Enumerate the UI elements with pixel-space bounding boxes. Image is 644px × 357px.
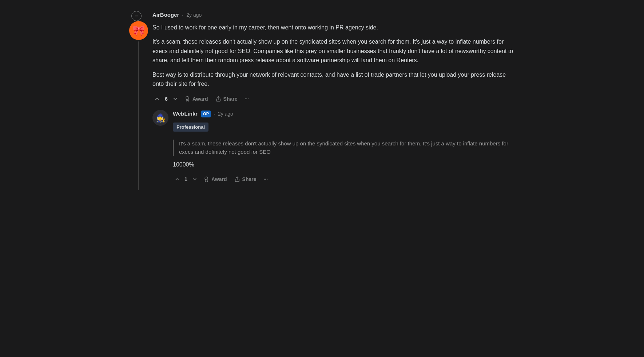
comment-body: AirBooger · 2y ago So I used to work for… — [152, 11, 515, 190]
avatar: 🎀 — [129, 21, 148, 40]
thread-line — [138, 41, 139, 190]
main-comment: − 🎀 AirBooger · 2y ago So I used to work… — [129, 11, 515, 190]
reply-award-icon — [203, 176, 209, 182]
award-icon — [184, 96, 190, 102]
username[interactable]: AirBooger — [152, 11, 179, 19]
vote-count: 6 — [163, 95, 169, 103]
upvote-icon — [154, 96, 160, 102]
reply-more-button[interactable]: ··· — [261, 174, 271, 184]
reply-vote-count: 1 — [183, 176, 189, 183]
comment-text: So I used to work for one early in my ca… — [152, 23, 515, 89]
comment-left-column: − 🎀 — [129, 11, 148, 190]
collapse-button[interactable]: − — [131, 11, 142, 21]
share-button[interactable]: Share — [212, 94, 240, 104]
reply-vote-section: 1 — [173, 175, 199, 184]
reply-text: 10000% — [173, 160, 515, 169]
nested-left-column: 🧙 — [152, 110, 168, 187]
reply-upvote-button[interactable] — [173, 175, 182, 184]
reply-header: WebLinkr OP · 2y ago — [173, 110, 515, 118]
timestamp: 2y ago — [186, 11, 202, 19]
reply-downvote-button[interactable] — [190, 175, 199, 184]
reply-username[interactable]: WebLinkr — [173, 110, 198, 118]
vote-section: 6 — [152, 94, 180, 104]
reply-action-bar: 1 Award — [173, 174, 515, 184]
professional-badge: Professional — [173, 123, 208, 132]
downvote-icon — [172, 96, 179, 102]
reply-award-button[interactable]: Award — [200, 174, 230, 184]
comment-paragraph-2: It's a scam, these releases don't actual… — [152, 37, 515, 65]
reply-share-button[interactable]: Share — [231, 174, 259, 184]
reply-share-icon — [234, 176, 240, 182]
downvote-button[interactable] — [171, 94, 180, 104]
share-icon — [215, 96, 221, 102]
nested-avatar: 🧙 — [152, 110, 168, 126]
comment-action-bar: 6 Award — [152, 94, 515, 104]
comment-paragraph-3: Best way is to distribute through your n… — [152, 70, 515, 89]
upvote-button[interactable] — [152, 94, 162, 104]
comment-paragraph-1: So I used to work for one early in my ca… — [152, 23, 515, 32]
award-button[interactable]: Award — [182, 94, 211, 104]
reply-upvote-icon — [174, 176, 180, 182]
reply-body: WebLinkr OP · 2y ago Professional It's a… — [173, 110, 515, 187]
more-button[interactable]: ··· — [242, 94, 252, 104]
comment-header: AirBooger · 2y ago — [152, 11, 515, 19]
op-badge: OP — [201, 111, 211, 117]
reply-quote: It's a scam, these releases don't actual… — [173, 140, 515, 156]
nested-comment: 🧙 WebLinkr OP · 2y ago Professional It's… — [152, 110, 515, 187]
nested-avatar-image: 🧙 — [152, 110, 168, 126]
avatar-image: 🎀 — [129, 21, 148, 40]
reply-downvote-icon — [192, 176, 198, 182]
reply-timestamp: 2y ago — [218, 110, 233, 118]
